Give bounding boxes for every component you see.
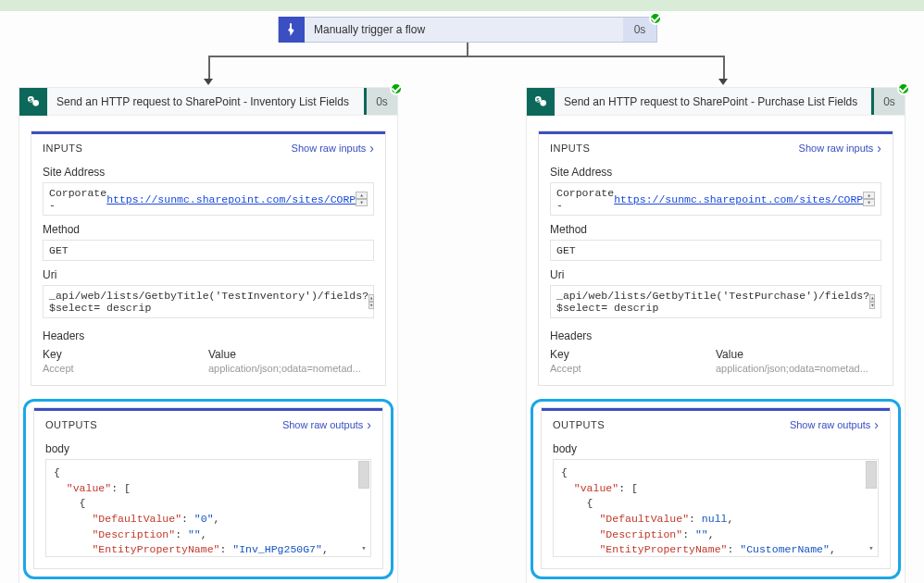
top-banner (0, 0, 924, 11)
